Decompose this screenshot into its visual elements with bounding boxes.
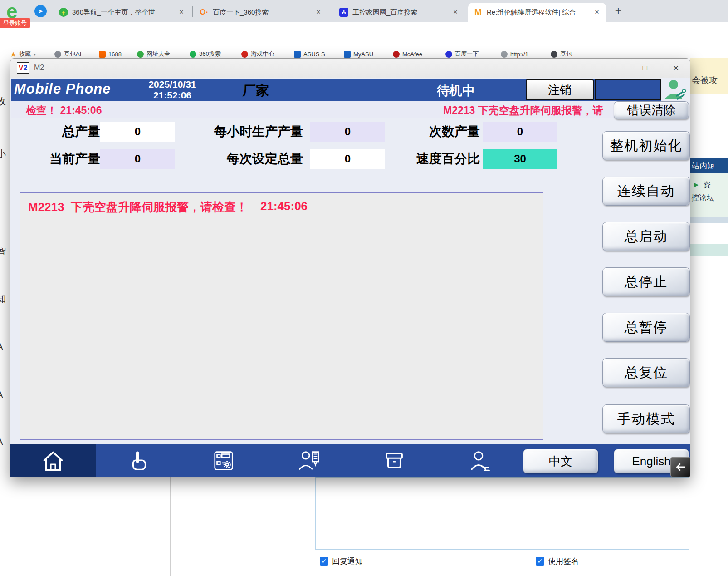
tab-ymmfa-active[interactable]: M Re:维伦触摸屏远程软件| 综合 ✕ xyxy=(468,3,606,22)
m2-remote-viewer-window: V2 M2 — □ ✕ Mobile Phone 2025/10/31 21:5… xyxy=(10,58,690,477)
bookmark-favorites[interactable]: ★ 收藏 ▾ xyxy=(10,49,36,59)
nav-manual-button[interactable] xyxy=(96,444,181,477)
field-value-current-output[interactable]: 0 xyxy=(100,149,175,169)
bookmark-label: 游戏中心 xyxy=(251,50,274,58)
use-signature-checkbox-row[interactable]: ✓ 使用签名 xyxy=(536,556,579,566)
bookmark-1688[interactable]: 1688 xyxy=(99,49,122,59)
back-arrow-icon xyxy=(675,461,687,473)
master-reset-button[interactable]: 总复位 xyxy=(602,358,690,387)
master-start-button[interactable]: 总启动 xyxy=(602,222,690,251)
background-divider-band xyxy=(690,217,728,223)
bookmark-label: MyASU xyxy=(353,51,373,58)
background-text-fragment: A xyxy=(0,389,9,400)
background-link-text[interactable]: 控论坛 xyxy=(691,192,714,203)
tab-separator xyxy=(192,6,193,17)
browser-tab-bar: e ➤ + 360导航_一个主页，整个世 ✕ O· 百度一下_360搜索 ✕ ⵄ… xyxy=(0,0,728,22)
bookmark-360-search[interactable]: 360搜索 xyxy=(190,49,221,59)
manual-mode-button[interactable]: 手动模式 xyxy=(602,404,690,433)
background-text-fragment: A xyxy=(0,341,9,352)
nav-operator-button[interactable] xyxy=(266,444,352,477)
bookmark-myasus[interactable]: MyASU xyxy=(344,49,373,59)
tab-close-icon[interactable]: ✕ xyxy=(177,8,186,17)
caret-icon: ▾ xyxy=(34,52,36,57)
play-icon: ▶ xyxy=(694,181,699,188)
alarm-marquee-right: M2213 下壳空盘升降伺服报警，请 xyxy=(443,103,615,118)
hmi-datetime: 2025/10/31 21:52:06 xyxy=(125,79,220,101)
bookmark-doubao[interactable]: 豆包 xyxy=(551,49,572,59)
field-label-batch-total: 每次设定总量 xyxy=(201,149,303,169)
tab-360search[interactable]: O· 百度一下_360搜索 ✕ xyxy=(194,3,327,22)
window-title-bar[interactable]: V2 M2 — □ ✕ xyxy=(10,59,690,78)
bookmark-label: 1688 xyxy=(108,51,122,58)
hmi-brand-title: Mobile Phone xyxy=(14,81,111,97)
master-stop-button[interactable]: 总停止 xyxy=(602,267,690,296)
operator-document-icon xyxy=(297,448,321,473)
alarm-list-panel: M2213_下壳空盘升降伺服报警，请检查！ 21:45:06 xyxy=(20,192,543,440)
tab-360nav[interactable]: + 360导航_一个主页，整个世 ✕ xyxy=(54,3,191,22)
bookmark-baidu[interactable]: 百度一下 xyxy=(445,49,479,59)
nav-user-button[interactable] xyxy=(437,444,522,477)
bookmark-label: 豆包 xyxy=(560,50,572,58)
background-panel-title: 站内短 xyxy=(692,161,715,171)
checkbox-label: 使用签名 xyxy=(548,556,579,566)
tab-close-icon[interactable]: ✕ xyxy=(592,8,601,17)
reply-notify-checkbox-row[interactable]: ✓ 回复通知 xyxy=(320,556,363,566)
language-chinese-button[interactable]: 中文 xyxy=(523,449,598,473)
bookmark-label: McAfee xyxy=(402,51,422,58)
field-value-total-output[interactable]: 0 xyxy=(100,122,175,142)
field-value-hourly-output[interactable]: 0 xyxy=(310,122,385,142)
background-link-text[interactable]: 资 xyxy=(703,180,711,190)
nav-parameters-button[interactable] xyxy=(181,444,266,477)
browser-toolbar: AI ymmfa.com / Re:维伦触摸屏远程软件| 综合讨论 - ☆ ⋯ … xyxy=(0,22,728,47)
360nav-favicon: + xyxy=(59,8,68,17)
nav-home-button[interactable] xyxy=(10,444,96,477)
bookmark-http-link[interactable]: http://1 xyxy=(501,49,528,59)
tab-close-icon[interactable]: ✕ xyxy=(451,8,460,17)
machine-initialize-button[interactable]: 整机初始化 xyxy=(602,131,690,160)
background-text-fragment: A xyxy=(0,437,9,447)
login-account-badge[interactable]: 登录账号 xyxy=(0,18,30,28)
field-label-hourly-output: 每小时生产产量 xyxy=(187,122,303,142)
background-warning-band: 会被攻 xyxy=(690,58,728,94)
field-value-batch-total[interactable]: 0 xyxy=(310,149,385,169)
background-reply-box[interactable] xyxy=(315,477,689,550)
tab-label: Re:维伦触摸屏远程软件| 综合 xyxy=(487,8,590,17)
bookmark-site-index[interactable]: 网址大全 xyxy=(137,49,170,59)
background-text-fragment: 智 xyxy=(0,245,9,257)
bookmark-mcafee[interactable]: McAfee xyxy=(393,49,422,59)
hand-pointer-icon xyxy=(126,448,151,473)
checkbox-checked-icon[interactable]: ✓ xyxy=(320,557,328,566)
nav-storage-button[interactable] xyxy=(352,444,437,477)
hmi-time: 21:52:06 xyxy=(125,90,220,101)
hmi-header-blank-box xyxy=(595,79,661,100)
window-close-button[interactable]: ✕ xyxy=(665,59,686,77)
ymmfa-favicon: M xyxy=(474,8,483,17)
bookmark-label: 豆包AI xyxy=(64,50,81,58)
error-clear-button[interactable]: 错误清除 xyxy=(614,101,689,119)
continuous-auto-button[interactable]: 连续自动 xyxy=(602,177,690,206)
alarm-message: M2213_下壳空盘升降伺服报警，请检查！ xyxy=(28,199,248,215)
remote-connection-icon[interactable] xyxy=(663,78,688,104)
tab-baidu-search[interactable]: ⵄ 工控家园网_百度搜索 ✕ xyxy=(334,3,464,22)
field-label-defect-count: 次数产量 xyxy=(398,122,480,142)
checkbox-checked-icon[interactable]: ✓ xyxy=(536,557,544,566)
alarm-marquee-bar: 检查！ 21:45:06 M2213 下壳空盘升降伺服报警，请 xyxy=(11,101,660,118)
messenger-icon[interactable]: ➤ xyxy=(34,5,47,17)
bookmark-label: http://1 xyxy=(510,51,528,58)
window-minimize-button[interactable]: — xyxy=(605,59,625,77)
master-pause-button[interactable]: 总暂停 xyxy=(602,313,690,342)
new-tab-button[interactable]: ＋ xyxy=(611,4,625,17)
tab-close-icon[interactable]: ✕ xyxy=(314,8,323,17)
bookmark-game-center[interactable]: 游戏中心 xyxy=(241,49,274,59)
field-value-speed-percent[interactable]: 30 xyxy=(483,149,557,169)
bookmark-doubao-ai[interactable]: 豆包AI xyxy=(54,49,81,59)
bookmark-asus[interactable]: ASUS S xyxy=(294,49,325,59)
window-maximize-button[interactable]: □ xyxy=(635,59,655,77)
field-label-current-output: 当前产量 xyxy=(24,149,100,169)
background-text-fragment: 收 xyxy=(0,95,9,108)
field-value-defect-count[interactable]: 0 xyxy=(483,122,557,142)
home-icon xyxy=(40,448,66,474)
bookmark-label: ASUS S xyxy=(303,51,325,58)
viewer-back-button[interactable] xyxy=(670,457,690,477)
logout-button[interactable]: 注销 xyxy=(526,79,594,100)
